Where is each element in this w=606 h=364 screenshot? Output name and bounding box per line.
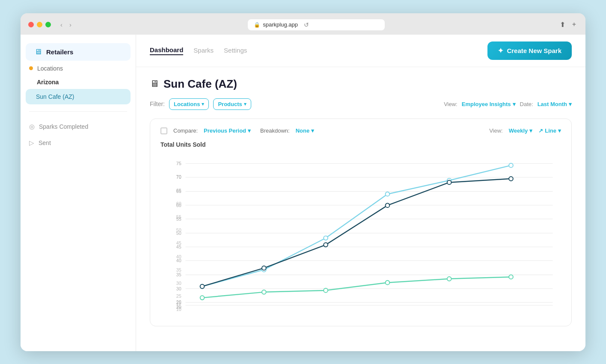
dark-blue-dot-0 [200, 284, 205, 288]
line-chart-svg: 75 70 65 60 55 50 45 40 35 30 25 [160, 153, 561, 316]
mint-green-dot-0 [200, 296, 205, 300]
svg-text:10: 10 [176, 307, 181, 312]
previous-period-chip[interactable]: Previous Period ▾ [204, 127, 251, 134]
sent-icon: ▷ [29, 139, 34, 147]
svg-text:30: 30 [176, 286, 181, 291]
products-filter-chip[interactable]: Products ▾ [213, 98, 251, 110]
light-blue-dot-5 [509, 163, 513, 167]
browser-window: ‹ › 🔒 sparkplug.app ↺ ⬆ + 🖥 Retailers Lo… [21, 13, 585, 351]
breakdown-label: Breakdown: [260, 127, 290, 134]
last-month-chip[interactable]: Last Month ▾ [538, 101, 572, 107]
dark-blue-dot-3 [386, 203, 390, 207]
view-label: View: [444, 101, 457, 107]
none-breakdown-chip[interactable]: None ▾ [296, 127, 315, 134]
back-arrow[interactable]: ‹ [59, 20, 64, 29]
mint-green-dot-3 [386, 280, 390, 284]
page-body: 🖥 Sun Cafe (AZ) Filter: Locations ▾ Prod… [136, 67, 585, 351]
svg-text:55: 55 [176, 214, 181, 219]
page-title-row: 🖥 Sun Cafe (AZ) [150, 77, 572, 91]
chart-view-label: View: [489, 127, 503, 134]
locations-filter-label: Locations [174, 101, 200, 107]
close-dot[interactable] [28, 22, 34, 27]
tab-settings[interactable]: Settings [224, 47, 247, 55]
sidebar-region: Arizona [21, 76, 136, 88]
locations-filter-chip[interactable]: Locations ▾ [169, 98, 209, 110]
locations-label: Locations [37, 65, 63, 72]
last-month-label: Last Month [538, 101, 567, 107]
dark-blue-dot-4 [447, 180, 452, 184]
compare-checkbox[interactable] [160, 127, 167, 134]
mint-green-line [202, 277, 511, 298]
forward-arrow[interactable]: › [68, 20, 73, 29]
svg-text:70: 70 [176, 174, 181, 179]
employee-insights-chip[interactable]: Employee Insights ▾ [462, 101, 516, 107]
sidebar-item-locations[interactable]: Locations [21, 61, 136, 76]
weekly-chevron-icon: ▾ [529, 127, 532, 134]
weekly-label: Weekly [509, 127, 528, 134]
svg-text:40: 40 [176, 254, 181, 259]
mint-green-dot-1 [262, 290, 266, 294]
sidebar-item-sent[interactable]: ▷ Sent [21, 135, 136, 151]
line-view-chip[interactable]: ↗ Line ▾ [538, 127, 561, 134]
dark-blue-dot-2 [324, 243, 328, 247]
light-blue-dot-3 [386, 192, 390, 196]
chart-card: Compare: Previous Period ▾ Breakdown: No… [150, 118, 572, 326]
sidebar-item-sparks-completed[interactable]: ◎ Sparks Completed [21, 118, 136, 135]
svg-text:30: 30 [176, 280, 181, 285]
none-label: None [296, 127, 310, 134]
employee-insights-label: Employee Insights [462, 101, 511, 107]
browser-dots [28, 22, 51, 27]
svg-text:65: 65 [176, 187, 181, 192]
location-dot-icon [29, 66, 33, 70]
mint-green-dot-5 [509, 275, 513, 279]
sent-label: Sent [39, 139, 51, 146]
line-trend-icon: ↗ [538, 127, 543, 134]
filter-row: Filter: Locations ▾ Products ▾ View: Emp… [150, 98, 572, 110]
none-chevron-icon: ▾ [311, 127, 314, 134]
browser-actions: ⬆ + [560, 21, 576, 29]
svg-text:35: 35 [176, 267, 181, 272]
date-label: Date: [520, 101, 533, 107]
locations-chevron-icon: ▾ [202, 101, 204, 107]
last-month-chevron-icon: ▾ [569, 101, 572, 107]
svg-text:50: 50 [176, 228, 181, 233]
filter-label: Filter: [150, 101, 165, 107]
sidebar-active-location[interactable]: Sun Cafe (AZ) [26, 89, 131, 104]
retailers-label: Retailers [46, 48, 73, 56]
minimize-dot[interactable] [37, 22, 42, 27]
chart-wrapper: 75 70 65 60 55 50 45 40 35 30 25 [160, 153, 561, 317]
light-blue-line [202, 165, 511, 286]
weekly-view-chip[interactable]: Weekly ▾ [509, 127, 533, 134]
chart-controls: Compare: Previous Period ▾ Breakdown: No… [160, 127, 561, 134]
tab-dashboard[interactable]: Dashboard [150, 46, 183, 55]
main-content: Dashboard Sparks Settings ✦ Create New S… [136, 35, 585, 351]
spark-star-icon: ✦ [498, 47, 503, 55]
line-label: Line [545, 127, 556, 134]
lock-icon: 🔒 [254, 22, 260, 28]
sidebar-divider [29, 111, 127, 112]
page-title: Sun Cafe (AZ) [163, 77, 237, 91]
compare-label: Compare: [173, 127, 198, 134]
browser-nav: ‹ › [59, 20, 73, 29]
sidebar: 🖥 Retailers Locations Arizona Sun Cafe (… [21, 35, 136, 351]
mint-green-dot-2 [324, 288, 328, 293]
share-icon[interactable]: ⬆ [560, 21, 565, 29]
chart-title: Total Units Sold [160, 141, 561, 148]
dark-blue-line [202, 178, 511, 286]
products-chevron-icon: ▾ [244, 101, 247, 107]
url-bar[interactable]: 🔒 sparkplug.app ↺ [248, 19, 385, 30]
new-tab-icon[interactable]: + [572, 21, 576, 29]
create-spark-button[interactable]: ✦ Create New Spark [487, 41, 572, 60]
sidebar-item-retailers[interactable]: 🖥 Retailers [26, 43, 131, 61]
topbar: Dashboard Sparks Settings ✦ Create New S… [136, 35, 585, 67]
mint-green-dot-4 [447, 276, 452, 281]
previous-period-label: Previous Period [204, 127, 246, 134]
maximize-dot[interactable] [45, 22, 51, 27]
products-filter-label: Products [218, 101, 242, 107]
browser-titlebar: ‹ › 🔒 sparkplug.app ↺ ⬆ + [21, 13, 585, 35]
tab-sparks[interactable]: Sparks [193, 47, 214, 55]
sparks-completed-label: Sparks Completed [39, 123, 88, 130]
reload-button[interactable]: ↺ [304, 21, 309, 28]
svg-text:60: 60 [176, 201, 181, 206]
svg-text:45: 45 [176, 240, 181, 246]
